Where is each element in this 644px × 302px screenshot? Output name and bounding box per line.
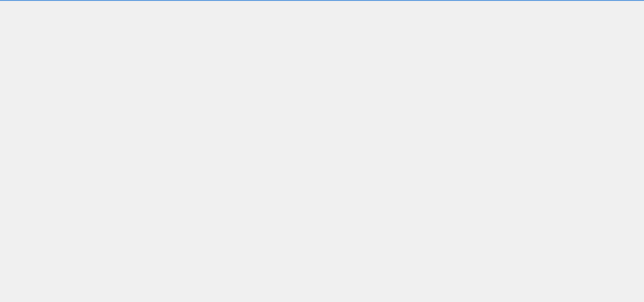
progress-bar bbox=[0, 0, 644, 1]
